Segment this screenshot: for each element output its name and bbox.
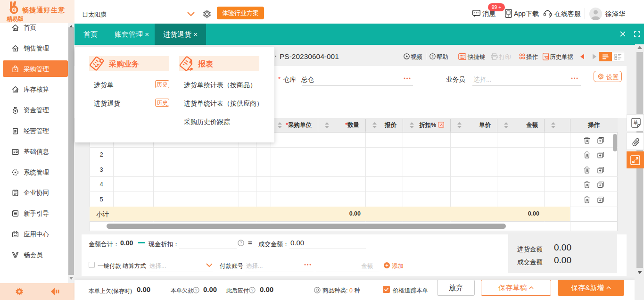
svg-text:草: 草 [633, 120, 638, 125]
svg-text:?: ? [431, 54, 434, 58]
svg-text:?: ? [251, 288, 254, 292]
svg-text:?: ? [195, 288, 198, 292]
svg-text:?: ? [240, 241, 242, 245]
